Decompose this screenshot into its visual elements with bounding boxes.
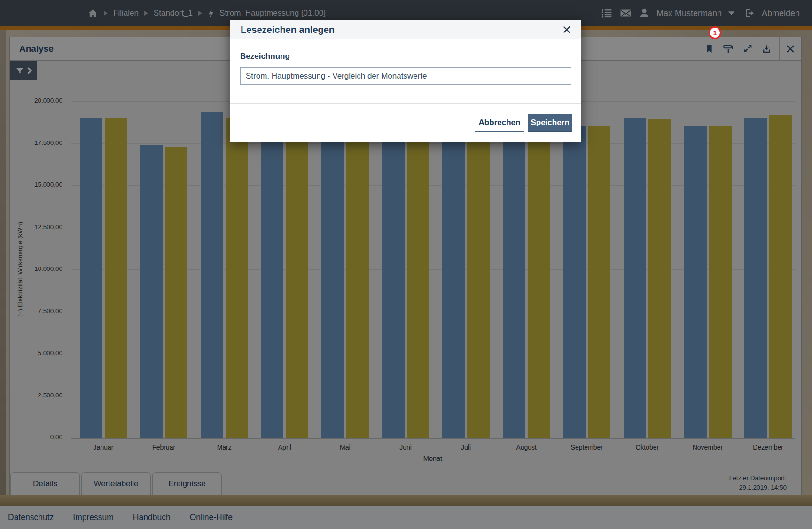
cancel-button[interactable]: Abbrechen [475,114,524,132]
bezeichnung-input[interactable] [240,67,571,85]
dialog-header: Lesezeichen anlegen [230,20,581,39]
dialog-body: Bezeichnung [230,39,581,85]
save-button[interactable]: Speichern [528,114,572,132]
annotation-badge-1: 1 [709,26,721,39]
dialog-footer: Abbrechen Speichern [230,103,581,142]
dialog-close-icon[interactable] [562,25,581,34]
app-window: Filialen Standort_1 Strom, Hauptmessung … [0,0,812,529]
bezeichnung-label: Bezeichnung [240,52,571,61]
dialog-title: Lesezeichen anlegen [230,24,335,35]
bookmark-dialog: Lesezeichen anlegen Bezeichnung Abbreche… [230,20,581,142]
